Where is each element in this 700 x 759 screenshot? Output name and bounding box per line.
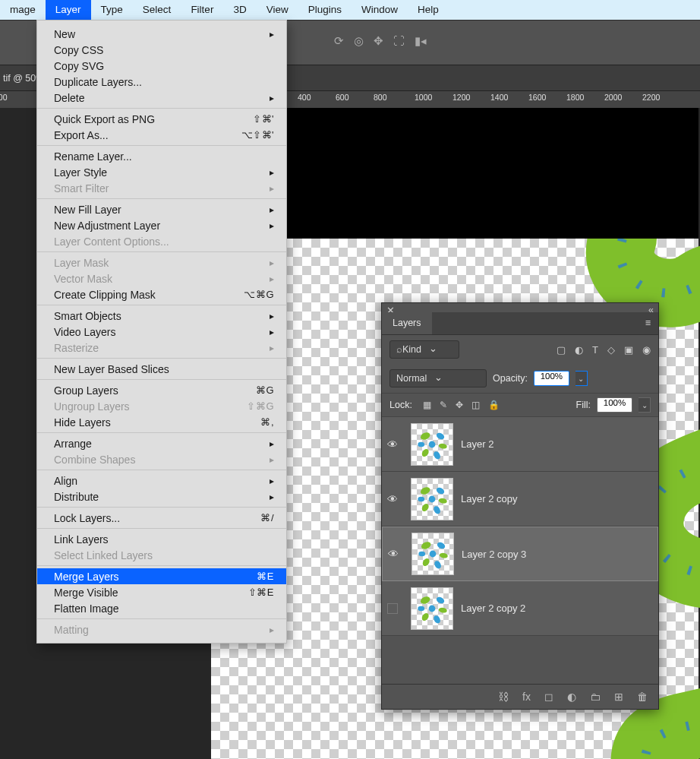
menu-item-label: Link Layers [54,533,109,546]
menu-item-new-layer-based-slices[interactable]: New Layer Based Slices [37,361,286,377]
menu-item-duplicate-layers[interactable]: Duplicate Layers... [37,74,286,90]
panel-collapse-icon[interactable]: « [648,305,654,312]
menu-mage[interactable]: mage [0,0,46,20]
menu-item-rasterize: Rasterize [37,340,286,356]
panel-menu-icon[interactable]: ≡ [638,312,658,334]
image-icon[interactable]: ▢ [557,344,566,356]
transform-icon[interactable]: ⛶ [393,34,405,48]
layer-name-label[interactable]: Layer 2 copy [461,493,517,504]
menu-item-copy-svg[interactable]: Copy SVG [37,58,286,74]
tab-layers[interactable]: Layers [382,312,432,334]
layer-row[interactable]: 👁Layer 2 [382,417,658,472]
layer-thumbnail[interactable] [411,533,454,575]
menu-item-merge-visible[interactable]: Merge Visible⇧⌘E [37,584,286,600]
layer-thumbnail[interactable] [411,587,453,630]
menu-item-new-fill-layer[interactable]: New Fill Layer [37,201,286,217]
layer-name-label[interactable]: Layer 2 copy 2 [461,602,525,614]
layer-name-label[interactable]: Layer 2 copy 3 [462,549,526,560]
svg-point-7 [429,495,436,502]
layer-row[interactable]: Layer 2 copy 2 [382,581,658,636]
menu-item-flatten-image[interactable]: Flatten Image [37,600,286,616]
lock-all-icon[interactable]: 🔒 [488,400,500,410]
move-icon[interactable]: ✥ [374,34,383,48]
menu-item-align[interactable]: Align [37,473,286,489]
layer-thumbnail[interactable] [411,478,453,520]
artboard-icon[interactable]: ◉ [642,344,651,356]
visibility-toggle-icon[interactable]: 👁 [382,438,403,451]
menu-item-smart-objects[interactable]: Smart Objects [37,308,286,324]
layer-thumbnail[interactable] [411,423,453,466]
menu-item-ungroup-layers: Ungroup Layers⇧⌘G [37,398,286,414]
menu-item-link-layers[interactable]: Link Layers [37,531,286,547]
fx-icon[interactable]: fx [522,691,531,703]
menu-item-delete[interactable]: Delete [37,90,286,106]
menu-window[interactable]: Window [352,0,408,20]
lock-pixels-icon[interactable]: ▦ [423,400,431,410]
opacity-dropdown-icon[interactable]: ⌄ [575,371,588,386]
menu-item-label: Layer Content Options... [54,236,169,248]
crop-icon[interactable]: ◫ [471,400,480,410]
menu-layer[interactable]: Layer [46,0,91,20]
menu-select[interactable]: Select [133,0,181,20]
type-icon[interactable]: T [592,344,598,356]
layer-row[interactable]: 👁Layer 2 copy 3 [382,527,658,581]
visibility-toggle-icon[interactable] [387,603,398,614]
menu-item-layer-style[interactable]: Layer Style [37,164,286,180]
brush-icon[interactable]: ✎ [440,400,447,410]
mask-icon[interactable]: ◻ [544,691,553,703]
menu-plugins[interactable]: Plugins [298,0,352,20]
adjust-icon[interactable]: ◐ [575,344,583,356]
trash-icon[interactable]: 🗑 [637,691,648,703]
new-icon[interactable]: ⊞ [614,691,623,703]
menu-item-copy-css[interactable]: Copy CSS [37,42,286,58]
menu-item-label: Smart Filter [54,182,109,194]
panel-close-icon[interactable]: ✕ [386,305,395,312]
blend-mode-select[interactable]: Normal [389,369,487,387]
menu-item-hide-layers[interactable]: Hide Layers⌘, [37,414,286,430]
menu-item-distribute[interactable]: Distribute [37,489,286,504]
shape-icon[interactable]: ◇ [607,344,615,356]
menu-item-arrange[interactable]: Arrange [37,435,286,451]
menu-item-label: Layer Style [54,166,107,179]
link-icon[interactable]: ⛓ [498,691,509,703]
menu-item-new[interactable]: New [37,26,286,42]
svg-point-3 [438,442,447,448]
group-icon[interactable]: 🗀 [590,691,601,703]
menu-item-label: Duplicate Layers... [54,76,142,88]
menu-item-label: Copy CSS [54,44,103,56]
menu-item-rename-layer[interactable]: Rename Layer... [37,148,286,164]
menu-3d[interactable]: 3D [223,0,256,20]
svg-point-23 [435,595,445,604]
menu-item-group-layers[interactable]: Group Layers⌘G [37,382,286,398]
menu-item-video-layers[interactable]: Video Layers [37,324,286,340]
menu-item-new-adjustment-layer[interactable]: New Adjustment Layer [37,217,286,233]
layer-kind-select[interactable]: Kind [389,340,459,359]
adjustment-icon[interactable]: ◐ [567,691,576,703]
menu-item-quick-export-as-png[interactable]: Quick Export as PNG⇧⌘' [37,111,286,127]
fill-dropdown-icon[interactable]: ⌄ [639,397,651,413]
menu-item-shortcut: ⇧⌘G [247,400,274,412]
cycle-icon[interactable]: ⟳ [334,34,344,48]
opacity-input[interactable]: 100% [534,371,569,386]
menu-item-label: Layer Mask [54,257,109,269]
camera-icon[interactable]: ▮◂ [415,34,427,48]
target-icon[interactable]: ◎ [354,34,364,48]
menu-item-create-clipping-mask[interactable]: Create Clipping Mask⌥⌘G [37,286,286,302]
move-icon[interactable]: ✥ [456,400,463,410]
menu-filter[interactable]: Filter [181,0,223,20]
menu-item-merge-layers[interactable]: Merge Layers⌘E [37,568,286,584]
menu-help[interactable]: Help [408,0,449,20]
svg-point-12 [421,502,430,512]
menu-type[interactable]: Type [91,0,133,20]
layer-row[interactable]: 👁Layer 2 copy [382,472,658,527]
menu-item-export-as[interactable]: Export As...⌥⇧⌘' [37,127,286,143]
menu-item-label: Arrange [54,438,92,450]
menu-view[interactable]: View [257,0,298,20]
visibility-toggle-icon[interactable]: 👁 [382,493,403,505]
smartobj-icon[interactable]: ▣ [624,344,633,356]
visibility-toggle-icon[interactable]: 👁 [383,548,404,560]
menu-item-lock-layers[interactable]: Lock Layers...⌘/ [37,510,286,526]
menu-item-shortcut: ⌘E [257,571,274,582]
fill-input[interactable]: 100% [597,397,632,413]
layer-name-label[interactable]: Layer 2 [461,438,493,450]
